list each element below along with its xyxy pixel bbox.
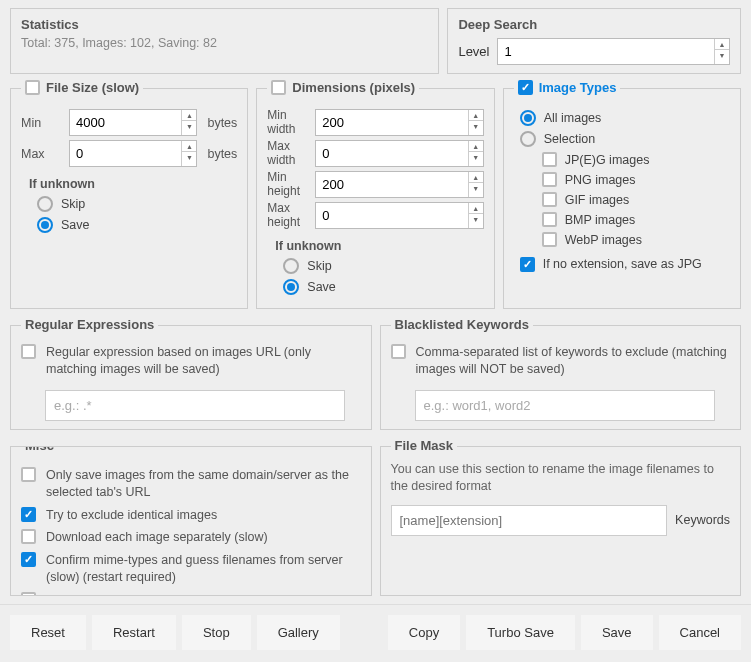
deep-search-level-field[interactable] <box>498 39 714 64</box>
cancel-button[interactable]: Cancel <box>659 615 741 650</box>
stepper-down-icon[interactable]: ▼ <box>469 152 483 163</box>
save-button[interactable]: Save <box>581 615 653 650</box>
stepper-down-icon[interactable]: ▼ <box>469 214 483 225</box>
file-size-min-unit: bytes <box>207 116 237 130</box>
image-types-selection-option[interactable]: Selection <box>520 131 730 147</box>
max-height-field[interactable] <box>316 203 467 228</box>
misc-option[interactable]: Download each image separately (slow) <box>21 529 361 546</box>
file-size-max-input[interactable]: ▲▼ <box>69 140 197 167</box>
file-mask-title: File Mask <box>391 438 458 453</box>
stepper-up-icon[interactable]: ▲ <box>469 172 483 183</box>
min-height-field[interactable] <box>316 172 467 197</box>
no-extension-option[interactable]: If no extension, save as JPG <box>520 257 730 272</box>
max-width-field[interactable] <box>316 141 467 166</box>
radio-icon[interactable] <box>520 131 536 147</box>
file-size-min-label: Min <box>21 116 63 130</box>
radio-icon[interactable] <box>520 110 536 126</box>
max-width-input[interactable]: ▲▼ <box>315 140 483 167</box>
blacklist-desc: Comma-separated list of keywords to excl… <box>416 344 731 378</box>
max-height-input[interactable]: ▲▼ <box>315 202 483 229</box>
radio-icon[interactable] <box>37 196 53 212</box>
stepper-down-icon[interactable]: ▼ <box>182 152 196 163</box>
dimensions-if-unknown-label: If unknown <box>275 239 483 253</box>
radio-icon[interactable] <box>283 258 299 274</box>
image-type-option[interactable]: PNG images <box>542 172 730 187</box>
stepper-up-icon[interactable]: ▲ <box>182 141 196 152</box>
min-height-label: Min height <box>267 171 309 197</box>
turbo-save-button[interactable]: Turbo Save <box>466 615 575 650</box>
statistics-line: Total: 375, Images: 102, Saving: 82 <box>21 36 428 50</box>
min-width-input[interactable]: ▲▼ <box>315 109 483 136</box>
file-mask-input[interactable] <box>391 505 668 536</box>
file-size-min-field[interactable] <box>70 110 181 135</box>
image-type-checkbox[interactable] <box>542 212 557 227</box>
file-size-enable-checkbox[interactable] <box>25 80 40 95</box>
dimensions-title: Dimensions (pixels) <box>292 80 415 95</box>
stop-button[interactable]: Stop <box>182 615 251 650</box>
blacklist-enable-checkbox[interactable] <box>391 344 406 359</box>
stepper-down-icon[interactable]: ▼ <box>182 121 196 132</box>
misc-checkbox[interactable] <box>21 529 36 544</box>
statistics-panel: Statistics Total: 375, Images: 102, Savi… <box>10 8 439 74</box>
image-type-option[interactable]: JP(E)G images <box>542 152 730 167</box>
dimensions-save-option[interactable]: Save <box>283 279 483 295</box>
regex-panel: Regular Expressions Regular expression b… <box>10 325 372 430</box>
stepper-up-icon[interactable]: ▲ <box>715 39 729 50</box>
reset-button[interactable]: Reset <box>10 615 86 650</box>
image-type-checkbox[interactable] <box>542 192 557 207</box>
file-mask-keywords-link[interactable]: Keywords <box>675 513 730 527</box>
image-type-label: GIF images <box>565 193 630 207</box>
regex-enable-checkbox[interactable] <box>21 344 36 359</box>
copy-button[interactable]: Copy <box>388 615 460 650</box>
image-types-enable-checkbox[interactable] <box>518 80 533 95</box>
file-size-max-label: Max <box>21 147 63 161</box>
deep-search-level-label: Level <box>458 44 489 59</box>
file-size-skip-option[interactable]: Skip <box>37 196 237 212</box>
gallery-button[interactable]: Gallery <box>257 615 340 650</box>
min-height-input[interactable]: ▲▼ <box>315 171 483 198</box>
image-type-option[interactable]: WebP images <box>542 232 730 247</box>
misc-option[interactable]: Confirm mime-types and guess filenames f… <box>21 552 361 586</box>
misc-option[interactable]: Only save images from the same domain/se… <box>21 467 361 501</box>
stepper-down-icon[interactable]: ▼ <box>469 183 483 194</box>
blacklist-input[interactable] <box>415 390 715 421</box>
image-type-checkbox[interactable] <box>542 232 557 247</box>
image-type-option[interactable]: BMP images <box>542 212 730 227</box>
misc-checkbox[interactable] <box>21 507 36 522</box>
min-width-field[interactable] <box>316 110 467 135</box>
restart-button[interactable]: Restart <box>92 615 176 650</box>
dimensions-skip-option[interactable]: Skip <box>283 258 483 274</box>
stepper-up-icon[interactable]: ▲ <box>469 203 483 214</box>
image-type-option[interactable]: GIF images <box>542 192 730 207</box>
stepper-up-icon[interactable]: ▲ <box>182 110 196 121</box>
image-types-selection-label: Selection <box>544 132 595 146</box>
dimensions-save-label: Save <box>307 280 336 294</box>
radio-icon[interactable] <box>283 279 299 295</box>
misc-checkbox[interactable] <box>21 592 36 596</box>
file-size-save-option[interactable]: Save <box>37 217 237 233</box>
deep-search-level-input[interactable]: ▲ ▼ <box>497 38 730 65</box>
misc-checkbox[interactable] <box>21 552 36 567</box>
stepper-down-icon[interactable]: ▼ <box>715 50 729 61</box>
radio-icon[interactable] <box>37 217 53 233</box>
file-mask-desc: You can use this section to rename the i… <box>391 461 731 495</box>
misc-option-label: Download each image separately (slow) <box>46 529 268 546</box>
misc-option-label: Only save images from the same domain/se… <box>46 467 361 501</box>
dimensions-enable-checkbox[interactable] <box>271 80 286 95</box>
misc-option[interactable]: Try to exclude identical images <box>21 507 361 524</box>
regex-input[interactable] <box>45 390 345 421</box>
image-types-all-option[interactable]: All images <box>520 110 730 126</box>
image-type-checkbox[interactable] <box>542 152 557 167</box>
stepper-down-icon[interactable]: ▼ <box>469 121 483 132</box>
stepper-up-icon[interactable]: ▲ <box>469 141 483 152</box>
stepper-up-icon[interactable]: ▲ <box>469 110 483 121</box>
misc-panel: Misc Only save images from the same doma… <box>10 446 372 596</box>
misc-option[interactable]: Find width and height of all images (slo… <box>21 592 361 596</box>
file-size-min-input[interactable]: ▲▼ <box>69 109 197 136</box>
misc-option-label: Find width and height of all images (slo… <box>46 592 361 596</box>
misc-checkbox[interactable] <box>21 467 36 482</box>
no-extension-checkbox[interactable] <box>520 257 535 272</box>
file-size-max-unit: bytes <box>207 147 237 161</box>
image-type-checkbox[interactable] <box>542 172 557 187</box>
file-size-max-field[interactable] <box>70 141 181 166</box>
